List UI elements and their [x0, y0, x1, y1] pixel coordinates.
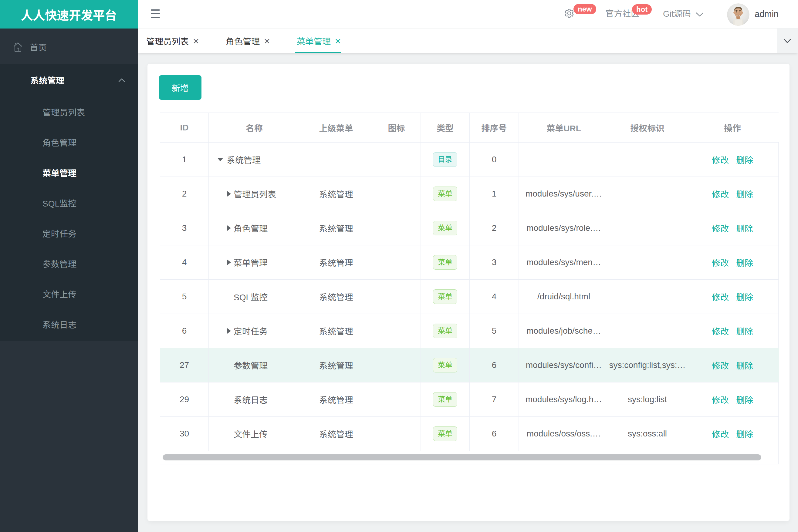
chevron-down-icon[interactable] — [696, 12, 704, 17]
delete-link[interactable]: 删除 — [736, 224, 753, 233]
delete-link[interactable]: 删除 — [736, 430, 753, 439]
edit-link[interactable]: 修改 — [712, 327, 729, 336]
cell-actions: 修改删除 — [686, 280, 779, 314]
tabs-menu-button[interactable] — [777, 28, 798, 53]
sidebar-item-系统日志[interactable]: 系统日志 — [0, 310, 138, 340]
column-header-图标[interactable]: 图标 — [372, 113, 421, 142]
column-header-菜单URL[interactable]: 菜单URL — [519, 113, 609, 142]
cell-order: 2 — [470, 211, 519, 245]
tab-close-icon[interactable]: × — [264, 36, 270, 46]
expand-arrow-down-icon[interactable] — [217, 158, 223, 162]
table-row: 29系统日志系统管理菜单7modules/sys/log.h…sys:log:l… — [160, 382, 779, 417]
delete-link[interactable]: 删除 — [736, 156, 753, 165]
git-source-link[interactable]: Git源码 — [663, 0, 691, 28]
column-header-上级菜单[interactable]: 上级菜单 — [300, 113, 372, 142]
sidebar-item-SQL监控[interactable]: SQL监控 — [0, 189, 138, 219]
sidebar-item-文件上传[interactable]: 文件上传 — [0, 280, 138, 310]
sidebar-submenu: 系统管理 管理员列表角色管理菜单管理SQL监控定时任务参数管理文件上传系统日志 — [0, 64, 138, 341]
cell-parent: 系统管理 — [300, 177, 372, 211]
menu-name: SQL监控 — [234, 290, 267, 303]
column-header-名称[interactable]: 名称 — [209, 113, 300, 142]
cell-actions: 修改删除 — [686, 211, 779, 245]
delete-link[interactable]: 删除 — [736, 293, 753, 302]
edit-link[interactable]: 修改 — [712, 190, 729, 199]
column-header-label: 上级菜单 — [319, 124, 353, 133]
tab-close-icon[interactable]: × — [335, 36, 341, 46]
tab-菜单管理[interactable]: 菜单管理× — [283, 28, 354, 53]
sidebar-menu: 首页 系统管理 管理员列表角色管理菜单管理SQL监控定时任务参数管理文件上传系统… — [0, 28, 138, 341]
sidebar-submenu-items: 管理员列表角色管理菜单管理SQL监控定时任务参数管理文件上传系统日志 — [0, 96, 138, 341]
menu-name: 系统管理 — [227, 153, 261, 166]
cell-type: 菜单 — [421, 314, 470, 348]
add-button[interactable]: 新增 — [159, 75, 202, 100]
cell-type: 菜单 — [421, 382, 470, 417]
delete-link[interactable]: 删除 — [736, 361, 753, 370]
horizontal-scrollbar[interactable] — [160, 451, 778, 464]
edit-link[interactable]: 修改 — [712, 259, 729, 268]
edit-link[interactable]: 修改 — [712, 293, 729, 302]
brand-title: 人人快速开发平台 — [21, 6, 117, 23]
delete-link[interactable]: 删除 — [736, 259, 753, 268]
settings-button[interactable]: new — [564, 8, 575, 19]
cell-parent: 系统管理 — [300, 314, 372, 348]
type-tag: 菜单 — [433, 221, 457, 235]
cell-icon — [372, 280, 421, 314]
tab-label: 管理员列表 — [146, 35, 189, 47]
cell-name: 角色管理 — [209, 211, 300, 245]
type-tag: 菜单 — [433, 289, 457, 304]
expand-arrow-right-icon[interactable] — [227, 191, 231, 196]
chevron-down-icon — [783, 39, 791, 43]
expand-arrow-right-icon[interactable] — [227, 260, 231, 265]
delete-link[interactable]: 删除 — [736, 327, 753, 336]
cell-type: 菜单 — [421, 245, 470, 280]
expand-arrow-right-icon[interactable] — [227, 225, 231, 231]
column-header-ID[interactable]: ID — [160, 113, 209, 142]
sidebar-item-参数管理[interactable]: 参数管理 — [0, 249, 138, 280]
scrollbar-thumb[interactable] — [163, 454, 761, 460]
sidebar-item-管理员列表[interactable]: 管理员列表 — [0, 98, 138, 128]
column-header-类型[interactable]: 类型 — [421, 113, 470, 142]
type-tag: 目录 — [433, 152, 457, 167]
table-header-row: ID名称上级菜单图标类型排序号菜单URL授权标识操作 — [160, 113, 779, 142]
edit-link[interactable]: 修改 — [712, 156, 729, 165]
sidebar-item-home[interactable]: 首页 — [0, 30, 138, 64]
edit-link[interactable]: 修改 — [712, 224, 729, 233]
cell-type: 菜单 — [421, 211, 470, 245]
cell-name: 系统管理 — [209, 142, 300, 177]
tab-管理员列表[interactable]: 管理员列表× — [146, 28, 212, 53]
cell-icon — [372, 177, 421, 211]
delete-link[interactable]: 删除 — [736, 190, 753, 199]
name-cell: 菜单管理 — [209, 256, 300, 268]
cell-parent: 系统管理 — [300, 280, 372, 314]
main-content: 新增 ID名称上级菜单图标类型排序号菜单URL授权标识操作 1系统管理目录0修改… — [138, 53, 798, 532]
cell-name: 管理员列表 — [209, 177, 300, 211]
delete-link[interactable]: 删除 — [736, 396, 753, 405]
column-header-排序号[interactable]: 排序号 — [470, 113, 519, 142]
cell-actions: 修改删除 — [686, 417, 779, 451]
sidebar-submenu-title[interactable]: 系统管理 — [0, 64, 138, 96]
column-header-授权标识[interactable]: 授权标识 — [609, 113, 686, 142]
column-header-label: 名称 — [246, 124, 263, 133]
sidebar-item-菜单管理[interactable]: 菜单管理 — [0, 158, 138, 189]
sidebar-item-定时任务[interactable]: 定时任务 — [0, 219, 138, 249]
sidebar-item-角色管理[interactable]: 角色管理 — [0, 128, 138, 158]
cell-order: 6 — [470, 348, 519, 382]
table-row: 6定时任务系统管理菜单5modules/job/sche…修改删除 — [160, 314, 779, 348]
cell-parent — [300, 142, 372, 177]
cell-id: 29 — [160, 382, 209, 417]
column-header-label: 排序号 — [481, 124, 507, 133]
username[interactable]: admin — [755, 0, 779, 28]
cell-perms — [609, 211, 686, 245]
edit-link[interactable]: 修改 — [712, 430, 729, 439]
tab-角色管理[interactable]: 角色管理× — [212, 28, 283, 53]
expand-arrow-right-icon[interactable] — [227, 328, 231, 334]
edit-link[interactable]: 修改 — [712, 396, 729, 405]
type-tag: 菜单 — [433, 392, 457, 407]
cell-type: 菜单 — [421, 280, 470, 314]
cell-id: 3 — [160, 211, 209, 245]
community-link[interactable]: 官方社区 hot — [605, 0, 639, 28]
avatar[interactable] — [727, 3, 749, 26]
edit-link[interactable]: 修改 — [712, 361, 729, 370]
column-header-操作[interactable]: 操作 — [686, 113, 779, 142]
tab-close-icon[interactable]: × — [193, 36, 199, 46]
